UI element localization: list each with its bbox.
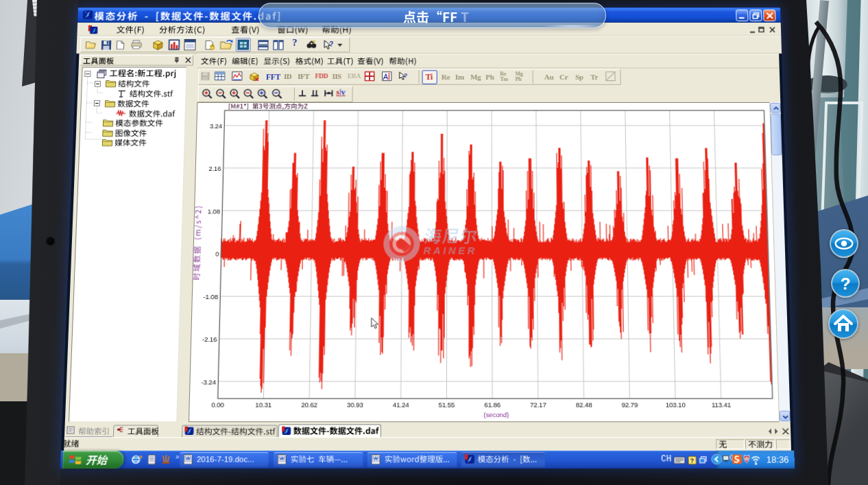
svg-text:?: ? [840,274,850,293]
svg-text:?: ? [690,457,694,464]
